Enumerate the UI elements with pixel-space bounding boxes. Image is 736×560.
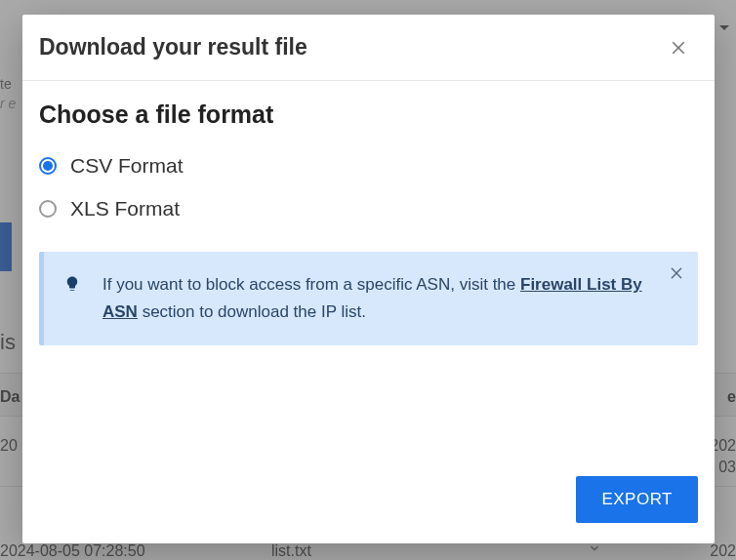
download-modal: Download your result file Choose a file … — [22, 15, 715, 543]
info-dismiss-button[interactable] — [669, 265, 684, 285]
info-alert: If you want to block access from a speci… — [39, 252, 698, 345]
close-icon — [670, 39, 687, 57]
info-text-prefix: If you want to block access from a speci… — [102, 275, 520, 294]
radio-label: XLS Format — [70, 197, 180, 220]
modal-footer: EXPORT — [22, 464, 715, 543]
modal-close-button[interactable] — [666, 35, 691, 60]
radio-csv-format[interactable]: CSV Format — [39, 154, 698, 178]
format-section-title: Choose a file format — [39, 100, 698, 129]
info-text-suffix: section to download the IP list. — [138, 302, 366, 321]
modal-body: Choose a file format CSV Format XLS Form… — [22, 81, 715, 464]
radio-button-icon — [39, 200, 57, 218]
info-message: If you want to block access from a speci… — [102, 271, 655, 326]
export-button[interactable]: EXPORT — [576, 476, 698, 523]
close-icon — [669, 265, 684, 281]
lightbulb-icon — [63, 273, 81, 299]
radio-label: CSV Format — [70, 154, 184, 178]
modal-header: Download your result file — [22, 15, 715, 81]
radio-xls-format[interactable]: XLS Format — [39, 197, 698, 220]
modal-title: Download your result file — [39, 34, 307, 60]
format-radio-group: CSV Format XLS Format — [39, 154, 698, 220]
radio-button-icon — [39, 157, 57, 175]
